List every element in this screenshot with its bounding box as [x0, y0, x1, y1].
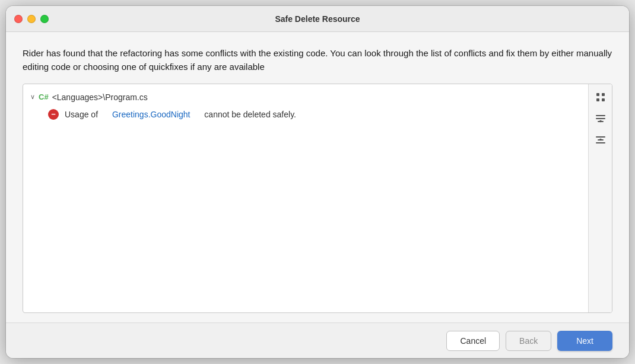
- maximize-button[interactable]: [40, 15, 49, 23]
- dialog-content: Rider has found that the refactoring has…: [6, 32, 629, 323]
- tree-parent-node[interactable]: ∨ C# <Languages>\Program.cs: [23, 89, 588, 106]
- svg-rect-0: [596, 93, 599, 96]
- svg-rect-2: [596, 98, 599, 101]
- cs-icon: C#: [39, 92, 49, 101]
- conflicts-panel: ∨ C# <Languages>\Program.cs − Usage of G…: [23, 84, 612, 314]
- file-name-label: <Languages>\Program.cs: [52, 92, 148, 102]
- svg-rect-3: [602, 98, 605, 101]
- conflicts-tree: ∨ C# <Languages>\Program.cs − Usage of G…: [23, 84, 588, 313]
- minimize-button[interactable]: [27, 15, 36, 23]
- close-button[interactable]: [14, 15, 23, 23]
- conflict-prefix: Usage of: [65, 110, 98, 119]
- error-icon: −: [48, 109, 59, 120]
- tree-child-node[interactable]: − Usage of Greetings.GoodNight cannot be…: [23, 106, 588, 123]
- conflict-link[interactable]: Greetings.GoodNight: [112, 110, 190, 119]
- dialog-footer: Cancel Back Next: [6, 323, 629, 358]
- expand-all-button[interactable]: [592, 132, 609, 148]
- title-bar: Safe Delete Resource: [6, 6, 629, 32]
- expand-collapse-button[interactable]: [592, 89, 609, 106]
- chevron-icon: ∨: [30, 93, 35, 101]
- cancel-button[interactable]: Cancel: [446, 331, 500, 351]
- svg-rect-1: [602, 93, 605, 96]
- collapse-all-button[interactable]: [592, 110, 609, 127]
- next-button[interactable]: Next: [557, 331, 612, 351]
- window-title: Safe Delete Resource: [275, 14, 360, 24]
- dialog-window: Safe Delete Resource Rider has found tha…: [6, 6, 629, 358]
- back-button[interactable]: Back: [506, 331, 551, 351]
- conflict-suffix: cannot be deleted safely.: [204, 110, 296, 119]
- traffic-lights: [14, 15, 49, 23]
- description-text: Rider has found that the refactoring has…: [23, 46, 612, 74]
- sidebar-tools: [588, 84, 612, 313]
